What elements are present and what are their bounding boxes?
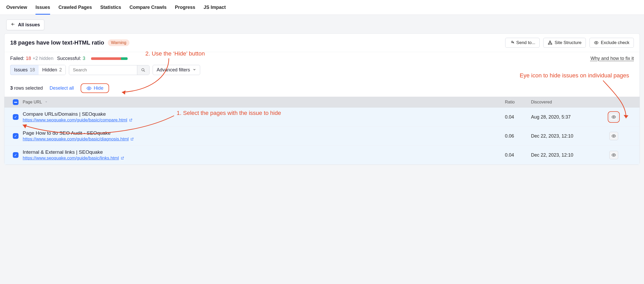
- all-issues-button[interactable]: All issues: [6, 20, 44, 30]
- failed-count: 18: [26, 56, 31, 61]
- table-row: ✓ Compare URLs/Domains | SEOquake https:…: [4, 108, 640, 127]
- hide-button[interactable]: Hide: [81, 83, 109, 93]
- external-link-icon: [129, 118, 133, 122]
- ratio-value: 0.04: [505, 114, 531, 120]
- svg-point-4: [142, 69, 144, 71]
- issue-card: 18 pages have low text-HTML ratio Warnin…: [4, 33, 640, 165]
- segment-issues[interactable]: Issues 18: [10, 65, 39, 75]
- warning-badge: Warning: [108, 39, 129, 46]
- svg-point-8: [613, 155, 615, 156]
- page-url-link[interactable]: https://www.seoquake.com/guide/basic/com…: [23, 118, 133, 123]
- issues-hidden-segment: Issues 18 Hidden 2: [10, 65, 66, 75]
- sort-icon: [45, 100, 48, 104]
- discovered-value: Dec 22, 2023, 12:10: [531, 152, 609, 158]
- svg-point-5: [88, 88, 90, 89]
- page-url-link[interactable]: https://www.seoquake.com/guide/basic/dia…: [23, 137, 134, 142]
- svg-point-6: [613, 116, 615, 118]
- tab-crawled-pages[interactable]: Crawled Pages: [58, 3, 92, 15]
- col-discovered[interactable]: Discovered: [531, 100, 609, 104]
- successful-label: Successful:: [57, 56, 81, 61]
- share-icon: [510, 40, 514, 45]
- svg-point-7: [613, 135, 615, 137]
- tab-compare-crawls[interactable]: Compare Crawls: [129, 3, 166, 15]
- col-ratio[interactable]: Ratio: [505, 100, 531, 104]
- svg-rect-1: [548, 44, 550, 45]
- discovered-value: Dec 22, 2023, 12:10: [531, 133, 609, 139]
- page-url-link[interactable]: https://www.seoquake.com/guide/basic/lin…: [23, 156, 124, 161]
- site-structure-button[interactable]: Site Structure: [543, 38, 586, 48]
- eye-icon: [611, 115, 616, 119]
- eye-icon: [611, 134, 616, 138]
- select-all-checkbox[interactable]: [13, 99, 19, 105]
- table-row: ✓ Internal & External links | SEOquake h…: [4, 146, 640, 165]
- row-checkbox[interactable]: ✓: [13, 114, 19, 120]
- tab-js-impact[interactable]: JS Impact: [204, 3, 226, 15]
- why-and-how-link[interactable]: Why and how to fix it: [591, 56, 634, 61]
- eye-icon: [611, 153, 616, 157]
- exclude-check-button[interactable]: Exclude check: [589, 38, 634, 48]
- ratio-value: 0.06: [505, 133, 531, 139]
- svg-rect-2: [551, 44, 552, 45]
- chevron-down-icon: [193, 67, 196, 73]
- external-link-icon: [130, 137, 134, 141]
- advanced-filters-button[interactable]: Advanced filters: [153, 65, 200, 75]
- page-title: Page How to do SEO Audit - SEOquake: [23, 130, 505, 136]
- page-title: Internal & External links | SEOquake: [23, 149, 505, 155]
- deselect-all-link[interactable]: Deselect all: [50, 85, 74, 91]
- table-row: ✓ Page How to do SEO Audit - SEOquake ht…: [4, 127, 640, 146]
- table-header: Page URL Ratio Discovered: [4, 97, 640, 108]
- row-checkbox[interactable]: ✓: [13, 133, 19, 139]
- eye-icon: [594, 40, 599, 45]
- row-checkbox[interactable]: ✓: [13, 152, 19, 158]
- search-icon: [141, 68, 146, 72]
- segment-hidden[interactable]: Hidden 2: [39, 65, 65, 75]
- page-title: Compare URLs/Domains | SEOquake: [23, 111, 505, 117]
- tab-progress[interactable]: Progress: [175, 3, 195, 15]
- tab-overview[interactable]: Overview: [6, 3, 27, 15]
- row-hide-toggle[interactable]: [609, 132, 618, 140]
- hidden-delta: +2 hidden: [33, 56, 53, 61]
- issue-title: 18 pages have low text-HTML ratio: [10, 39, 104, 46]
- svg-point-3: [596, 42, 597, 44]
- ratio-value: 0.04: [505, 152, 531, 158]
- discovered-value: Aug 28, 2020, 5:37: [531, 114, 609, 120]
- sitemap-icon: [548, 40, 552, 45]
- arrow-left-icon: [11, 22, 15, 28]
- search-group: [69, 65, 150, 75]
- successful-count: 3: [83, 56, 85, 61]
- col-page-url[interactable]: Page URL: [23, 100, 505, 104]
- search-button[interactable]: [137, 65, 149, 75]
- failed-label: Failed:: [10, 56, 24, 61]
- external-link-icon: [121, 156, 124, 160]
- row-hide-toggle[interactable]: [609, 151, 618, 159]
- svg-rect-0: [550, 41, 551, 42]
- tab-issues[interactable]: Issues: [35, 3, 50, 15]
- tab-statistics[interactable]: Statistics: [100, 3, 121, 15]
- eye-icon: [86, 86, 92, 91]
- all-issues-label: All issues: [18, 22, 40, 28]
- row-hide-toggle[interactable]: [609, 113, 618, 121]
- send-to-button[interactable]: Send to...: [505, 38, 540, 48]
- top-tabs: Overview Issues Crawled Pages Statistics…: [0, 0, 644, 15]
- ratio-bar: [91, 57, 128, 60]
- rows-selected-text: 3 rows selected: [10, 85, 43, 91]
- search-input[interactable]: [69, 65, 137, 75]
